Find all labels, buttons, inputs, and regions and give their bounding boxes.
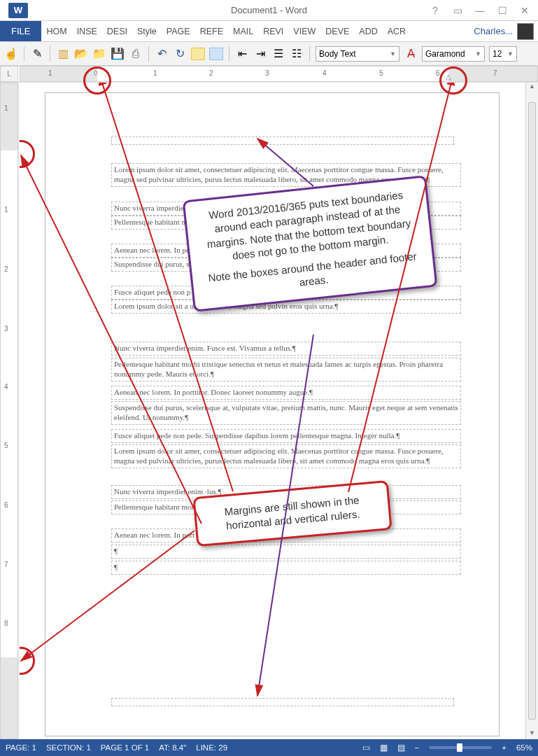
header-boundary <box>111 136 454 145</box>
margin-circle-top-vertical <box>20 140 35 168</box>
account-name[interactable]: Charles... <box>469 21 538 41</box>
tab-design[interactable]: DESI <box>102 21 132 41</box>
clear-format-icon[interactable]: A̶ <box>404 48 418 60</box>
callout-line: Margins are still shown in the horizonta… <box>206 491 380 535</box>
tab-review[interactable]: REVI <box>258 21 288 41</box>
save-icon[interactable]: 💾 <box>111 48 125 60</box>
scroll-up-icon[interactable]: ▲ <box>526 83 538 92</box>
chevron-down-icon: ▼ <box>387 50 396 57</box>
paragraph-boundary[interactable]: Lorem ipsum dolor sit amet, consectetuer… <box>111 444 461 468</box>
paragraph-boundary[interactable]: ¶ <box>111 561 461 575</box>
paragraph-boundary[interactable]: Pellentesque habitant morbi tristique se… <box>111 358 461 382</box>
redo-icon[interactable]: ↻ <box>173 48 187 60</box>
misc1-icon[interactable]: ☰ <box>271 48 285 60</box>
vertical-scrollbar[interactable]: ▲ ▼ <box>525 83 538 739</box>
scroll-down-icon[interactable]: ▼ <box>526 729 538 739</box>
ruler-tick: 5 <box>379 69 383 77</box>
footer-boundary <box>111 698 454 706</box>
paragraph-boundary[interactable]: Suspendisse dui purus, scelerisque at, v… <box>111 401 461 425</box>
chevron-down-icon: ▼ <box>472 50 481 57</box>
ruler-tick: 5 <box>4 442 8 449</box>
tab-developer[interactable]: DEVE <box>320 21 354 41</box>
style-selector[interactable]: Body Text ▼ <box>316 46 399 62</box>
page: Lorem ipsum dolor sit amet, consectetuer… <box>45 92 500 736</box>
zoom-out-button[interactable]: − <box>415 743 420 752</box>
ruler-tick: 8 <box>4 620 8 627</box>
vertical-ruler[interactable]: 1 1 2 3 4 5 6 7 8 <box>0 83 18 739</box>
chevron-down-icon: ▼ <box>504 50 514 57</box>
misc2-icon[interactable]: ☷ <box>290 48 304 60</box>
tab-acrobat[interactable]: ACR <box>383 21 411 41</box>
ruler-tick: 3 <box>265 69 269 77</box>
paragraph-boundary[interactable]: Fusce aliquet pede non pede. Suspendisse… <box>111 429 461 443</box>
font-size-value: 12 <box>493 49 502 59</box>
close-doc-icon[interactable]: 📁 <box>92 48 106 60</box>
paragraph-boundary[interactable]: Nunc viverra imperdiet enim. Fusce est. … <box>111 342 461 356</box>
tab-home[interactable]: HOM <box>41 21 71 41</box>
new-doc-icon[interactable]: ▥ <box>56 48 70 60</box>
style-selector-value: Body Text <box>319 49 355 59</box>
open-folder-icon[interactable]: 📂 <box>74 48 88 60</box>
tab-addins[interactable]: ADD <box>354 21 382 41</box>
font-selector[interactable]: Garamond ▼ <box>422 46 485 62</box>
ruler-tick: 1 <box>153 69 157 77</box>
tab-style[interactable]: Style <box>132 21 162 41</box>
ribbon-tabs: FILE HOM INSE DESI Style PAGE REFE MAIL … <box>0 21 538 42</box>
titlebar: W Document1 - Word ? ▭ — ☐ ✕ <box>0 0 538 21</box>
ruler-tick: 4 <box>4 383 8 391</box>
file-tab[interactable]: FILE <box>0 21 41 41</box>
undo-icon[interactable]: ↶ <box>155 48 169 60</box>
status-bar: PAGE: 1 SECTION: 1 PAGE 1 OF 1 AT: 8.4" … <box>0 739 538 756</box>
margin-circle-left-horizontal <box>83 66 111 94</box>
user-avatar-icon <box>517 23 534 40</box>
indent-left-icon[interactable]: ⇤ <box>235 48 249 60</box>
fill-icon[interactable] <box>191 48 205 60</box>
maximize-button[interactable]: ☐ <box>495 5 510 16</box>
tab-mail[interactable]: MAIL <box>228 21 258 41</box>
ruler-tick: 7 <box>493 69 497 77</box>
read-mode-icon[interactable]: ▭ <box>362 743 370 752</box>
tab-page[interactable]: PAGE <box>162 21 195 41</box>
indent-right-icon[interactable]: ⇥ <box>253 48 267 60</box>
status-page-of[interactable]: PAGE 1 OF 1 <box>101 743 149 752</box>
ruler-tick: 6 <box>436 69 440 77</box>
document-canvas[interactable]: Lorem ipsum dolor sit amet, consectetuer… <box>20 83 525 739</box>
paragraph-boundary[interactable]: Aenean nec lorem. In porttitor. Donec la… <box>111 386 461 400</box>
workspace: 1 1 2 3 4 5 6 7 8 Lorem ipsum dolor sit … <box>0 83 538 739</box>
close-button[interactable]: ✕ <box>517 5 532 16</box>
font-size-selector[interactable]: 12 ▼ <box>489 46 517 62</box>
ruler-tick: 3 <box>4 325 8 332</box>
minimize-button[interactable]: — <box>472 5 488 16</box>
margin-circle-right-horizontal <box>439 66 467 94</box>
print-layout-icon[interactable]: ▦ <box>380 743 388 752</box>
web-layout-icon[interactable]: ▤ <box>397 743 405 752</box>
tab-insert[interactable]: INSE <box>72 21 102 41</box>
ruler-tick: 2 <box>209 69 213 77</box>
font-selector-value: Garamond <box>425 49 465 59</box>
zoom-in-button[interactable]: + <box>502 743 507 752</box>
ruler-tick: 4 <box>323 69 327 77</box>
status-section[interactable]: SECTION: 1 <box>46 743 91 752</box>
status-page[interactable]: PAGE: 1 <box>6 743 36 752</box>
zoom-level[interactable]: 65% <box>516 743 532 752</box>
zoom-slider[interactable] <box>429 746 492 749</box>
touch-mode-icon[interactable]: ☝ <box>4 48 18 60</box>
account-label: Charles... <box>474 26 513 36</box>
ruler-tick: 6 <box>4 501 8 509</box>
tab-selector[interactable]: L <box>0 66 18 82</box>
tab-references[interactable]: REFE <box>195 21 228 41</box>
status-line[interactable]: LINE: 29 <box>196 743 227 752</box>
quick-access-toolbar: ☝ ✎ ▥ 📂 📁 💾 ⎙ ↶ ↻ ⇤ ⇥ ☰ ☷ Body Text ▼ A̶… <box>0 42 538 66</box>
status-at[interactable]: AT: 8.4" <box>159 743 186 752</box>
paragraph-boundary[interactable]: ¶ <box>111 545 461 559</box>
margin-circle-bottom-vertical <box>20 647 35 675</box>
scroll-thumb[interactable] <box>528 102 536 720</box>
ruler-tick: 1 <box>4 104 8 112</box>
help-button[interactable]: ? <box>427 5 443 16</box>
clear-icon[interactable] <box>209 48 223 60</box>
pencil-icon[interactable]: ✎ <box>30 48 44 60</box>
print-icon[interactable]: ⎙ <box>129 48 143 60</box>
zoom-knob[interactable] <box>457 743 462 752</box>
tab-view[interactable]: VIEW <box>288 21 320 41</box>
ribbon-display-button[interactable]: ▭ <box>450 5 465 16</box>
